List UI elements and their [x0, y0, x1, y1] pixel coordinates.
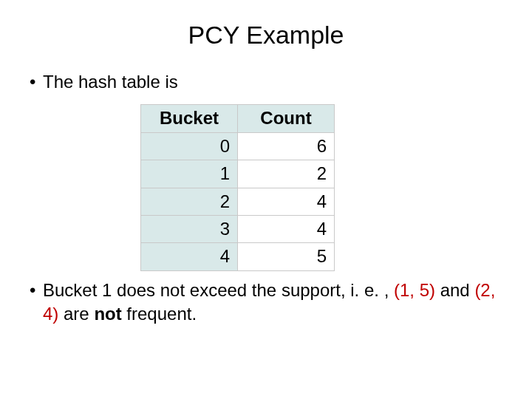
table-row: 3 4	[141, 215, 335, 242]
table-row: 1 2	[141, 160, 335, 188]
hash-table: Bucket Count 0 6 1 2 2 4 3 4 4 5	[140, 104, 335, 270]
cell-count: 4	[238, 215, 335, 242]
bullet-item: • Bucket 1 does not exceed the support, …	[30, 279, 502, 327]
text-fragment: Bucket 1 does not exceed the support, i.…	[43, 280, 394, 300]
slide: PCY Example • The hash table is Bucket C…	[0, 0, 532, 399]
bullet-list: • The hash table is Bucket Count 0 6 1 2…	[30, 70, 502, 327]
bullet-dot: •	[30, 70, 43, 94]
emphasis-text: not	[94, 304, 121, 324]
col-count-header: Count	[238, 105, 335, 132]
text-fragment: are	[58, 304, 94, 324]
bullet-item: • The hash table is	[30, 70, 502, 94]
cell-bucket: 3	[141, 215, 238, 242]
table-row: 4 5	[141, 243, 335, 270]
bullet-dot: •	[30, 279, 43, 327]
bullet-text: Bucket 1 does not exceed the support, i.…	[43, 279, 502, 327]
cell-count: 2	[238, 160, 335, 188]
table-row: 2 4	[141, 188, 335, 215]
text-fragment: frequent.	[122, 304, 197, 324]
cell-count: 6	[238, 132, 335, 160]
cell-bucket: 4	[141, 243, 238, 270]
cell-count: 4	[238, 188, 335, 215]
cell-count: 5	[238, 243, 335, 270]
cell-bucket: 1	[141, 160, 238, 188]
table-row: 0 6	[141, 132, 335, 160]
cell-bucket: 2	[141, 188, 238, 215]
bullet-text: The hash table is	[43, 70, 502, 94]
page-title: PCY Example	[30, 21, 502, 50]
pair-text: (1, 5)	[394, 280, 435, 300]
table-header-row: Bucket Count	[141, 105, 335, 132]
cell-bucket: 0	[141, 132, 238, 160]
text-fragment: and	[435, 280, 474, 300]
col-bucket-header: Bucket	[141, 105, 238, 132]
